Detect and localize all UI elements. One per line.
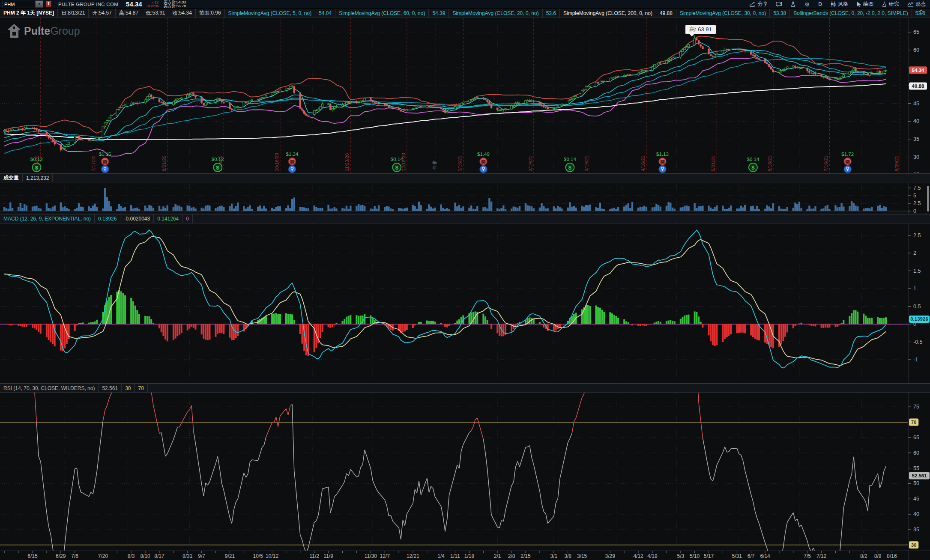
- header-cell: PHM 2 年 1天 [NYSE]: [0, 9, 58, 18]
- header-cell: BollingerBands (CLOSE, 0, 20, -2.0, 2.0,…: [790, 9, 912, 18]
- price-change: -.12 -0.22%: [147, 0, 159, 8]
- svg-text:☎: ☎: [481, 159, 487, 164]
- header-cell: 52.561: [99, 384, 122, 392]
- header-cell: 53.38: [770, 9, 790, 18]
- header-cell: 高:54.87: [116, 9, 142, 18]
- svg-text:☎: ☎: [102, 159, 108, 164]
- svg-text:30: 30: [911, 542, 917, 548]
- svg-text:3/15: 3/15: [577, 553, 587, 559]
- svg-text:2.5: 2.5: [913, 232, 921, 238]
- svg-text:65: 65: [913, 29, 919, 35]
- header-cell: 日:8/13/21: [58, 9, 89, 18]
- top-toolbar: ▾ PULTE GROUP INC COM 54.34 -.12 -0.22% …: [0, 0, 930, 9]
- price-pane[interactable]: 6/19/207/17/208/21/209/18/2010/16/2011/2…: [3, 18, 900, 173]
- svg-text:0.5: 0.5: [913, 304, 921, 310]
- toolbar-draw[interactable]: 绘图: [854, 0, 876, 8]
- svg-text:6/15: 6/15: [27, 553, 38, 559]
- svg-text:7/6: 7/6: [71, 553, 78, 559]
- toolbar-timeframe[interactable]: D: [816, 0, 825, 8]
- last-price: 54.34: [126, 0, 142, 8]
- toolbar-notes[interactable]: [773, 0, 785, 8]
- svg-text:8/17: 8/17: [154, 553, 164, 559]
- svg-text:7.5: 7.5: [913, 185, 921, 191]
- time-axis[interactable]: 6/156/297/67/208/38/108/178/319/79/2110/…: [27, 553, 897, 559]
- svg-text:5/31: 5/31: [732, 553, 742, 559]
- header-cell: 53.6: [543, 9, 560, 18]
- toolbar-studies[interactable]: 研究: [879, 0, 902, 8]
- earnings-marker[interactable]: $1.72☎: [841, 152, 854, 173]
- earnings-marker[interactable]: $1.49☎: [477, 152, 490, 173]
- svg-text:$0.12: $0.12: [212, 157, 224, 162]
- header-cell: 54.04: [315, 9, 335, 18]
- toolbar-label: 分享: [757, 0, 768, 8]
- toolbar-patterns[interactable]: 形态: [905, 0, 928, 8]
- sma30-line: [4, 51, 886, 142]
- header-cell: RSI (14, 70, 30, CLOSE, WILDERS, no): [0, 384, 99, 392]
- svg-text:11/30: 11/30: [365, 553, 377, 559]
- svg-text:35: 35: [913, 527, 919, 533]
- dividend-marker[interactable]: $0.14$: [747, 157, 760, 172]
- symbol-box: ▾: [3, 1, 43, 7]
- svg-text:12/21: 12/21: [407, 553, 419, 559]
- svg-text:10/12: 10/12: [266, 553, 278, 559]
- expiry-date-label: 7/17/20: [91, 155, 96, 171]
- header-cell: 0: [182, 214, 193, 223]
- svg-text:11/2: 11/2: [309, 553, 319, 559]
- toolbar-settings[interactable]: ⚙: [801, 0, 813, 8]
- earnings-marker[interactable]: $1.34☎: [286, 152, 299, 173]
- expiry-date-label: 6/18/21: [767, 155, 772, 171]
- symbol-input[interactable]: [3, 1, 35, 7]
- svg-text:11/9: 11/9: [323, 553, 333, 559]
- header-cell: SimpleMovingAvg (CLOSE, 60, 0, no): [335, 9, 429, 18]
- expiry-date-label: 11/20/20: [344, 153, 350, 171]
- dividend-marker[interactable]: $0.12$: [30, 157, 43, 172]
- toolbar-buttons: 分享⚙D风格绘图研究形态: [747, 0, 930, 8]
- sma5-line: [4, 43, 886, 147]
- toolbar-label: D: [818, 1, 822, 7]
- scrollbar-thumb[interactable]: [927, 186, 929, 211]
- header-cell: 收:54.34: [169, 9, 196, 18]
- svg-text:9/21: 9/21: [225, 553, 235, 559]
- macd-signal-line: [4, 236, 886, 365]
- earnings-marker[interactable]: $1.13☎: [656, 152, 669, 173]
- expiry-date-label: 12/18/20: [401, 153, 406, 171]
- header-cell: 0.141264: [154, 214, 182, 223]
- chart-canvas[interactable]: 6/19/207/17/208/21/209/18/2010/16/2011/2…: [0, 0, 930, 560]
- toolbar-label: 研究: [889, 0, 899, 8]
- macd-pane[interactable]: [0, 230, 908, 368]
- svg-text:60: 60: [913, 47, 919, 53]
- volume-pane[interactable]: [0, 188, 908, 211]
- rsi-pane[interactable]: [0, 344, 908, 560]
- svg-text:$1.72: $1.72: [841, 152, 854, 157]
- svg-text:☎: ☎: [660, 159, 666, 164]
- svg-text:6/7: 6/7: [748, 553, 755, 559]
- svg-text:⚙: ⚙: [805, 1, 810, 7]
- share-icon: [749, 1, 756, 7]
- svg-text:40: 40: [913, 118, 919, 124]
- svg-text:8/2: 8/2: [860, 553, 867, 559]
- dividend-marker[interactable]: $0.14$: [564, 157, 576, 172]
- macd-header-row: MACD (12, 26, 9, EXPONENTIAL, no)0.13926…: [0, 214, 930, 223]
- header-cell: 1,213,232: [23, 174, 53, 182]
- svg-text:$0.14: $0.14: [391, 157, 403, 162]
- svg-text:35: 35: [913, 136, 919, 142]
- svg-text:50: 50: [913, 480, 919, 486]
- svg-text:52.561: 52.561: [912, 473, 927, 478]
- expiry-date-label: 1/15/21: [457, 155, 462, 171]
- header-cell: SimpleMovingAvg (CLOSE, 30, 0, no): [676, 9, 770, 18]
- symbol-dropdown-button[interactable]: ▾: [35, 0, 43, 8]
- toolbar-quick-study[interactable]: [788, 0, 798, 8]
- svg-text:1/11: 1/11: [450, 553, 460, 559]
- svg-text:12/7: 12/7: [380, 553, 390, 559]
- svg-text:1: 1: [913, 286, 916, 292]
- alert-badge-icon[interactable]: [46, 1, 51, 7]
- pane-collapse-button[interactable]: [918, 9, 927, 14]
- toolbar-share[interactable]: 分享: [747, 0, 770, 8]
- earnings-marker[interactable]: $1.15☎: [99, 152, 111, 173]
- toolbar-style[interactable]: 风格: [828, 0, 851, 8]
- svg-text:$0.12: $0.12: [30, 157, 43, 162]
- svg-text:45: 45: [913, 101, 919, 107]
- bid-ask: 买方价:54.03 卖方价:56.78: [164, 0, 186, 8]
- header-cell: 70: [135, 384, 147, 392]
- svg-text:40: 40: [913, 511, 919, 517]
